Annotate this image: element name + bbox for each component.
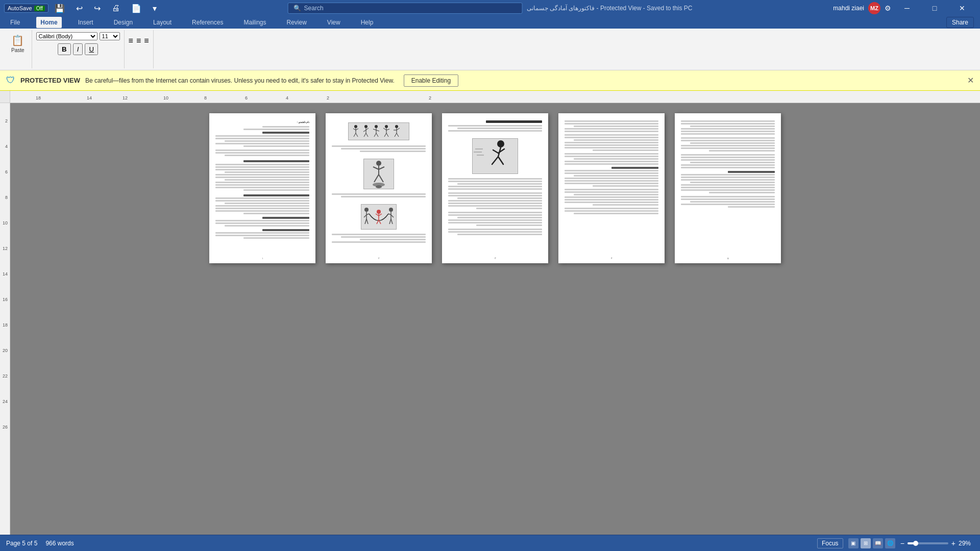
document-area: 2 4 6 8 10 12 14 16 18 20 22 24 26 نام د… (0, 103, 980, 535)
zoom-in-button[interactable]: + (951, 539, 955, 547)
tab-help[interactable]: Help (357, 17, 378, 28)
svg-point-6 (364, 125, 368, 128)
redo-icon[interactable]: ↪ (91, 3, 104, 14)
svg-line-15 (376, 130, 379, 131)
tab-review[interactable]: Review (282, 17, 310, 28)
horizontal-ruler: 18 14 12 10 8 6 4 2 2 (0, 91, 980, 103)
vruler-12: 12 (3, 246, 8, 251)
svg-point-0 (354, 125, 357, 128)
autosave-label: AutoSave (8, 5, 32, 11)
pages-container: نام دانشجو : (209, 113, 781, 263)
multiple-pages-icon[interactable]: ⊞ (861, 538, 871, 548)
tab-layout[interactable]: Layout (149, 17, 176, 28)
tab-references[interactable]: References (188, 17, 227, 28)
close-button[interactable]: ✕ (950, 0, 974, 16)
svg-line-29 (397, 133, 399, 137)
page2-images (332, 120, 426, 142)
svg-line-5 (356, 133, 358, 137)
align-left-icon[interactable]: ≡ (129, 36, 133, 45)
status-right: Focus ▣ ⊞ 📖 🌐 − + 29% (817, 538, 974, 548)
zoom-out-button[interactable]: − (900, 539, 904, 547)
page-info: Page 5 of 5 (6, 540, 37, 547)
paste-button[interactable]: 📋 Paste (8, 32, 28, 55)
ruler-num-2: 2 (327, 95, 329, 101)
read-mode-icon[interactable]: 📖 (873, 538, 883, 548)
svg-line-9 (366, 128, 369, 130)
title-bar: AutoSave Off 💾 ↩ ↪ 🖨 📄 ▾ 🔍 Search فاکتور… (0, 0, 980, 16)
ribbon-tabs: File Home Insert Design Layout Reference… (0, 16, 980, 29)
web-layout-icon[interactable]: 🌐 (885, 538, 895, 548)
svg-point-56 (497, 140, 504, 147)
protected-view-close-icon[interactable]: ✕ (967, 76, 974, 85)
zoom-track[interactable] (908, 542, 948, 544)
page-5: ۵ (675, 113, 781, 263)
title-bar-right: mahdi ziaei MZ ⚙ ─ □ ✕ (833, 0, 974, 16)
shield-icon: 🛡 (6, 75, 15, 86)
ruler-corner (0, 91, 10, 103)
vruler-20: 20 (3, 348, 8, 353)
ruler-num-18: 18 (36, 95, 41, 101)
settings-icon[interactable]: ⚙ (885, 4, 891, 12)
vruler-18: 18 (3, 322, 8, 328)
svg-line-53 (379, 214, 382, 216)
maximize-button[interactable]: □ (923, 0, 946, 16)
tab-view[interactable]: View (323, 17, 345, 28)
svg-line-3 (356, 129, 358, 130)
tab-home[interactable]: Home (36, 17, 61, 28)
page-1: نام دانشجو : (209, 113, 315, 263)
vruler-10: 10 (3, 220, 8, 226)
align-right-icon[interactable]: ≡ (144, 36, 149, 45)
save-icon[interactable]: 💾 (52, 3, 68, 14)
document-canvas: نام دانشجو : (10, 103, 980, 535)
zoom-thumb[interactable] (913, 541, 918, 546)
autosave-state: Off (34, 6, 45, 11)
tab-insert[interactable]: Insert (74, 17, 97, 28)
ruler-num-14: 14 (87, 95, 92, 101)
print-icon[interactable]: 🖨 (109, 3, 123, 14)
tab-file[interactable]: File (6, 17, 24, 28)
search-box[interactable]: 🔍 Search (288, 3, 523, 14)
underline-button[interactable]: U (85, 43, 98, 55)
page1-number: ۱ (262, 257, 263, 260)
svg-line-21 (386, 129, 389, 130)
ruler-num-8: 8 (204, 95, 207, 101)
tab-design[interactable]: Design (110, 17, 137, 28)
svg-line-23 (386, 133, 388, 137)
balance-figure (363, 159, 394, 189)
exercise-figures-svg (351, 124, 407, 139)
vruler-6: 6 (5, 169, 8, 174)
view-icons: ▣ ⊞ 📖 🌐 (848, 538, 895, 548)
italic-button[interactable]: I (73, 43, 83, 55)
balance-svg (364, 159, 394, 189)
dropdown-icon[interactable]: ▾ (150, 3, 160, 14)
share-button[interactable]: Share (946, 17, 974, 28)
search-icon: 🔍 (293, 5, 301, 12)
autosave-badge[interactable]: AutoSave Off (4, 4, 48, 13)
vruler-22: 22 (3, 373, 8, 379)
vruler-26: 26 (3, 424, 8, 430)
print-layout-icon[interactable]: ▣ (848, 538, 859, 548)
word-count: 966 words (45, 540, 74, 547)
align-center-icon[interactable]: ≡ (136, 36, 141, 45)
tab-mailings[interactable]: Mailings (239, 17, 270, 28)
font-family-select[interactable]: Calibri (Body) (36, 32, 97, 40)
status-left: Page 5 of 5 966 words (6, 540, 74, 547)
svg-point-37 (376, 185, 382, 188)
minimize-button[interactable]: ─ (895, 0, 919, 16)
svg-line-17 (376, 133, 378, 137)
font-size-select[interactable]: 11 (100, 32, 120, 40)
ruler-num-12: 12 (122, 95, 128, 101)
enable-editing-button[interactable]: Enable Editing (404, 74, 458, 87)
new-doc-icon[interactable]: 📄 (128, 3, 144, 14)
clipboard-group: 📋 Paste (4, 30, 32, 68)
vruler-4: 4 (5, 144, 8, 149)
user-avatar[interactable]: MZ (868, 2, 880, 14)
undo-icon[interactable]: ↩ (73, 3, 86, 14)
title-center: 🔍 Search فاکتورهای آمادگی جسمانی - Prote… (288, 3, 693, 14)
vruler-8: 8 (5, 195, 8, 200)
focus-label[interactable]: Focus (817, 538, 843, 548)
svg-line-34 (374, 174, 379, 182)
bold-button[interactable]: B (58, 43, 71, 55)
ribbon-commands: 📋 Paste Calibri (Body) 11 B I U ≡ ≡ ≡ (0, 29, 980, 70)
status-bar: Page 5 of 5 966 words Focus ▣ ⊞ 📖 🌐 − + … (0, 535, 980, 551)
